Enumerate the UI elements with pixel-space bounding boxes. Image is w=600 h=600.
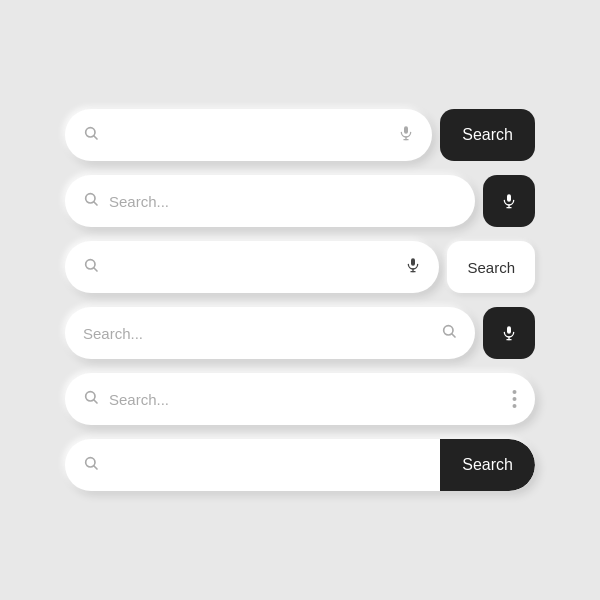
search-row-5	[65, 373, 535, 425]
search-icon-1	[83, 125, 99, 145]
search-button-6[interactable]: Search	[440, 439, 535, 491]
search-input-1[interactable]	[109, 127, 388, 144]
search-input-2[interactable]	[109, 193, 457, 210]
mic-button-2[interactable]	[483, 175, 535, 227]
svg-line-16	[452, 334, 455, 337]
search-bar-1	[65, 109, 432, 161]
mic-button-4[interactable]	[483, 307, 535, 359]
search-button-1[interactable]: Search	[440, 109, 535, 161]
svg-rect-17	[507, 326, 511, 333]
svg-line-11	[94, 268, 97, 271]
search-row-1: Search	[65, 109, 535, 161]
svg-line-1	[94, 136, 97, 139]
search-bar-part-6	[65, 439, 440, 491]
svg-line-26	[94, 466, 97, 469]
svg-line-6	[94, 202, 97, 205]
svg-point-24	[513, 404, 517, 408]
search-icon-6	[83, 455, 99, 475]
search-row-4	[65, 307, 535, 359]
search-bar-3	[65, 241, 439, 293]
search-button-3[interactable]: Search	[447, 241, 535, 293]
mic-icon-3	[405, 257, 421, 277]
search-bar-5	[65, 373, 535, 425]
svg-rect-7	[507, 194, 511, 201]
mic-icon-1	[398, 125, 414, 145]
svg-line-21	[94, 400, 97, 403]
search-input-6[interactable]	[109, 457, 422, 474]
search-bar-4	[65, 307, 475, 359]
search-input-3[interactable]	[109, 259, 395, 276]
svg-point-22	[513, 390, 517, 394]
svg-rect-2	[404, 126, 408, 133]
search-bars-container: Search	[65, 89, 535, 511]
search-bar-attached-6: Search	[65, 439, 535, 491]
search-input-4[interactable]	[83, 325, 431, 342]
search-row-2	[65, 175, 535, 227]
svg-rect-12	[411, 258, 415, 265]
dots-icon-5	[512, 389, 517, 409]
search-bar-2	[65, 175, 475, 227]
svg-point-23	[513, 397, 517, 401]
search-row-3: Search	[65, 241, 535, 293]
search-icon-2	[83, 191, 99, 211]
search-icon-5	[83, 389, 99, 409]
search-icon-4	[441, 323, 457, 343]
search-icon-3	[83, 257, 99, 277]
search-row-6: Search	[65, 439, 535, 491]
search-input-5[interactable]	[109, 391, 502, 408]
